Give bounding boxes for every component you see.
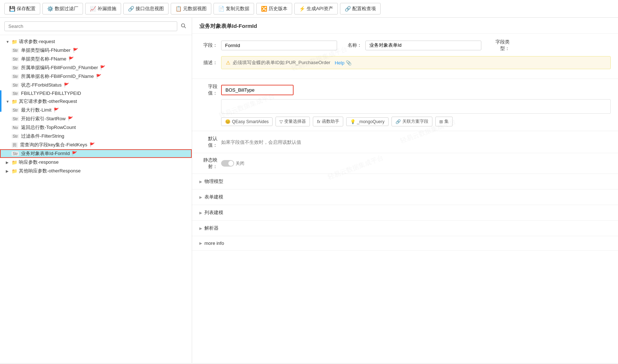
tree-item-filterstring[interactable]: Str 过滤条件-FilterString	[0, 132, 192, 141]
save-config-label: 保存配置	[17, 5, 36, 12]
collect-label: 集	[444, 118, 449, 125]
response-group-label: 响应参数-response	[19, 159, 59, 166]
folder-icon: 📁	[12, 168, 17, 174]
desc-text: 必须填写金蝶的表单ID如:PUR_PurchaseOrder	[233, 59, 330, 66]
static-map-row: 静态映射： 关闭	[192, 153, 618, 174]
detail-header: 业务对象表单Id-FormId	[192, 18, 618, 34]
history-button[interactable]: 🔀 历史版本	[256, 3, 292, 14]
table-model-section[interactable]: ▶ 表单建模	[192, 189, 618, 205]
type-str-badge: Str	[12, 117, 19, 121]
fbillformid-fname-label: 所属单据名称-FBillFormID_FName	[21, 73, 94, 80]
more-info-label: more info	[204, 240, 224, 246]
tree-item-fbilltypeid[interactable]: Str FBILLTYPEID-FBILLTYPEID	[0, 89, 192, 97]
var-select-label: 变量选择器	[284, 118, 306, 125]
tree-item-fname[interactable]: Str 单据类型名称-FName 🚩	[0, 55, 192, 63]
folder-icon: 📁	[12, 39, 17, 45]
folder-icon: 📁	[12, 160, 17, 165]
more-info-section[interactable]: ▶ more info	[192, 236, 618, 251]
physical-model-section[interactable]: ▶ 物理模型	[192, 174, 618, 189]
tree-item-request-group[interactable]: ▼ 📁 请求参数-request	[0, 37, 192, 46]
name-label: 名称：	[344, 42, 362, 49]
list-model-section[interactable]: ▶ 列表建模	[192, 205, 618, 221]
collect-btn[interactable]: ⊞ 集	[435, 117, 453, 126]
section-arrow: ▶	[199, 241, 202, 245]
field-name-row: 字段： 名称： 字段类型：	[199, 39, 611, 52]
config-check-button[interactable]: 🔗 配置检查项	[340, 3, 381, 14]
metadata-view-button[interactable]: 📋 元数据视图	[171, 3, 211, 14]
field-value-input[interactable]	[221, 85, 294, 95]
type-no-badge: No	[12, 125, 19, 130]
list-model-label: 列表建模	[204, 209, 223, 216]
var-select-btn[interactable]: ▽ 变量选择器	[275, 117, 310, 126]
field-value-label: 字段值：	[199, 83, 217, 96]
metadata-icon: 📋	[175, 6, 182, 12]
tree-item-fbillformid-fname[interactable]: Str 所属单据名称-FBillFormID_FName 🚩	[0, 72, 192, 81]
warning-icon: ⚠	[226, 60, 231, 66]
tree-item-formid[interactable]: Str 业务对象表单Id-FormId 🚩	[0, 149, 192, 158]
save-config-button[interactable]: 💾 保存配置	[4, 3, 40, 14]
parser-section[interactable]: ▶ 解析器	[192, 221, 618, 236]
var-icon: ▽	[279, 119, 283, 124]
qeasy-btn[interactable]: 😊 QEasy SmartAides	[221, 117, 273, 126]
search-input[interactable]	[4, 21, 177, 31]
section-arrow: ▶	[199, 211, 202, 215]
func-helper-btn[interactable]: fx 函数助手	[313, 117, 343, 126]
default-val-row: 默认值：	[192, 131, 618, 153]
gen-api-label: 生成API资产	[307, 5, 333, 12]
toolbar: 💾 保存配置 ⚙️ 数据过滤厂 📈 补漏措施 🔗 接口信息视图 📋 元数据视图 …	[0, 0, 618, 18]
supplement-button[interactable]: 📈 补漏措施	[85, 3, 121, 14]
related-field-btn[interactable]: 🔗 关联方案字段	[391, 117, 432, 126]
formid-label: 业务对象表单Id-FormId	[21, 150, 70, 157]
tree-item-other-request-group[interactable]: ▼ 📁 其它请求参数-otherRequest	[0, 97, 192, 106]
config-check-label: 配置检查项	[352, 5, 376, 12]
type-str-badge: Str	[12, 134, 19, 138]
toggle-arrow: ▼	[6, 100, 10, 104]
tree-item-limit[interactable]: Str 最大行数-Limit 🚩	[0, 106, 192, 114]
tree-item-fieldkeys[interactable]: 田 需查询的字段key集合-FieldKeys 🚩	[0, 141, 192, 149]
value-section: 字段值： 😊 QEasy SmartAides ▽ 变量选择器 fx 函数助手	[192, 79, 618, 131]
flag-icon: 🚩	[64, 83, 69, 88]
gear-icon: ⚙️	[47, 6, 53, 12]
func-icon: fx	[317, 119, 320, 124]
name-input[interactable]	[365, 41, 481, 50]
qeasy-label: QEasy SmartAides	[232, 119, 269, 124]
check-icon: 🔗	[345, 6, 351, 12]
flag-icon: 🚩	[90, 142, 95, 147]
search-button[interactable]	[179, 22, 187, 30]
filterstring-label: 过滤条件-FilterString	[21, 133, 64, 139]
mongo-query-btn[interactable]: 💡 _mongoQuery	[346, 117, 389, 126]
tree-item-startrow[interactable]: Str 开始行索引-StartRow 🚩	[0, 114, 192, 123]
tree-item-response-group[interactable]: ▶ 📁 响应参数-response	[0, 158, 192, 167]
copy-data-button[interactable]: 📄 复制元数据	[213, 3, 254, 14]
copy-icon: 📄	[218, 6, 224, 12]
field-value-row: 字段值：	[199, 83, 611, 96]
search-icon	[181, 23, 186, 28]
type-str-badge: Str	[12, 91, 19, 96]
value-extra-area	[221, 99, 611, 114]
help-link[interactable]: Help 📎	[335, 60, 351, 66]
interface-view-button[interactable]: 🔗 接口信息视图	[123, 3, 169, 14]
tree-item-fforbidstatus[interactable]: Str 状态-FForbidStatus 🚩	[0, 81, 192, 89]
fnumber-label: 单据类型编码-FNumber	[21, 47, 71, 54]
tree-item-fbillformid-fnumber[interactable]: Str 所属单据编码-FBillFormID_FNumber 🚩	[0, 63, 192, 72]
tree-item-fnumber[interactable]: Str 单据类型编码-FNumber 🚩	[0, 46, 192, 55]
flag-icon: 🚩	[54, 108, 59, 113]
data-filter-button[interactable]: ⚙️ 数据过滤厂	[42, 3, 83, 14]
request-group-label: 请求参数-request	[19, 38, 55, 45]
detail-header-title: 业务对象表单Id-FormId	[199, 23, 257, 29]
limit-label: 最大行数-Limit	[21, 107, 51, 113]
toggle-arrow-collapsed: ▶	[6, 169, 10, 173]
flag-icon: 🚩	[69, 57, 74, 62]
default-value-input[interactable]	[221, 139, 611, 145]
field-label: 字段：	[199, 42, 217, 49]
fforbidstatus-label: 状态-FForbidStatus	[21, 82, 62, 88]
section-arrow: ▶	[199, 195, 202, 199]
field-input[interactable]	[221, 41, 337, 50]
main-layout: ▼ 📁 请求参数-request Str 单据类型编码-FNumber 🚩 St…	[0, 18, 618, 363]
toggle-switch[interactable]: 关闭	[221, 160, 244, 167]
type-str-badge: Str	[12, 108, 19, 112]
gen-api-button[interactable]: ⚡ 生成API资产	[294, 3, 338, 14]
tree-item-toprowcount[interactable]: No 返回总行数-TopRowCount	[0, 123, 192, 132]
mongo-query-label: _mongoQuery	[357, 119, 385, 124]
tree-item-other-response-group[interactable]: ▶ 📁 其他响应参数-otherResponse	[0, 167, 192, 175]
